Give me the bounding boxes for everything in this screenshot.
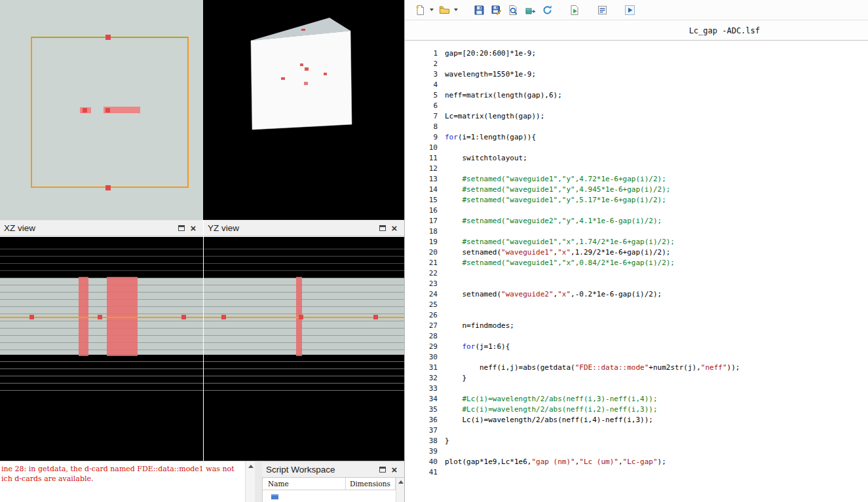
line-number: 2 (405, 59, 438, 69)
code-line[interactable]: wavelength=1550*1e-9; (445, 69, 868, 80)
toolbar-gap (557, 10, 565, 10)
code-line[interactable]: switchtolayout; (445, 153, 868, 164)
code-line[interactable] (445, 59, 868, 69)
code-line[interactable]: } (445, 436, 868, 446)
table-row[interactable] (263, 490, 404, 501)
cube-front-face (251, 31, 352, 130)
code-line[interactable]: #Lc(i)=wavelength/2/abs(neff(i,3)-neff(i… (445, 394, 868, 404)
code-line[interactable] (445, 310, 868, 321)
code-line[interactable] (445, 300, 868, 310)
code-line[interactable] (445, 352, 868, 363)
panel-splitter[interactable] (255, 461, 262, 502)
viewport-yz[interactable] (204, 237, 404, 461)
code-line[interactable]: n=findmodes; (445, 321, 868, 331)
code-line[interactable] (445, 101, 868, 111)
line-number: 31 (405, 363, 438, 373)
code-line[interactable]: neff=matrix(length(gap),6); (445, 90, 868, 101)
selection-handle[interactable] (105, 108, 110, 113)
code-line[interactable]: Lc(i)=wavelength/2/abs(neff(i,4)-neff(i,… (445, 415, 868, 425)
code-line[interactable]: #setnamed("waveguide1","x",0.84/2*1e-6+g… (445, 258, 868, 268)
viewport-perspective[interactable] (203, 0, 404, 220)
code-line[interactable]: #Lc(i)=wavelength/2/abs(neff(i,2)-neff(i… (445, 404, 868, 415)
code-line[interactable] (445, 80, 868, 90)
selection-handle[interactable] (299, 315, 303, 319)
code-line[interactable] (445, 268, 868, 279)
new-script-icon (415, 5, 426, 16)
new-script-dropdown[interactable] (428, 3, 434, 17)
structure-marker (301, 29, 305, 31)
code-line[interactable]: #setnamed("waveguide2","y",4.1*1e-6-gap(… (445, 216, 868, 226)
code-line[interactable] (445, 226, 868, 237)
package-button[interactable] (523, 3, 537, 17)
code-line[interactable]: setnamed("waveguide1","x",1.29/2*1e-6+ga… (445, 247, 868, 258)
line-number: 16 (405, 206, 438, 216)
close-icon: × (392, 465, 398, 475)
chevron-down-icon (454, 9, 458, 11)
code-line[interactable]: } (445, 373, 868, 384)
viewport-xz[interactable] (0, 237, 203, 461)
table-header-name[interactable]: Name (263, 478, 346, 490)
open-script-button[interactable] (437, 3, 451, 17)
code-line[interactable] (445, 467, 868, 478)
code-line[interactable] (445, 164, 868, 174)
code-line[interactable]: gap=[20:20:600]*1e-9; (445, 48, 868, 59)
code-line[interactable] (445, 143, 868, 153)
code-line[interactable] (445, 384, 868, 394)
arrow-up-icon (398, 480, 404, 484)
code-line[interactable] (445, 331, 868, 342)
table-header-dimensions[interactable]: Dimensions (346, 478, 396, 490)
code-line[interactable]: Lc=matrix(length(gap)); (445, 111, 868, 122)
message-log[interactable]: ine 28: in getdata, the d-card named FDE… (0, 461, 245, 502)
find-in-script-button[interactable] (506, 3, 520, 17)
code-line[interactable]: #setnamed("waveguide1","y",5.17*1e-6+gap… (445, 195, 868, 206)
script-file-tab[interactable]: Lc_gap -ADC.lsf (689, 26, 760, 35)
code-line[interactable] (445, 206, 868, 216)
viewport-xy[interactable] (0, 0, 203, 220)
selection-handle[interactable] (221, 315, 226, 319)
workspace-variable-table[interactable]: Name Dimensions (262, 478, 404, 502)
table-scrollbar[interactable] (396, 478, 404, 502)
run-button[interactable] (622, 3, 637, 17)
code-line[interactable] (445, 122, 868, 132)
line-number: 12 (405, 164, 438, 174)
code-area[interactable]: 1234567891011121314151617181920212223242… (405, 48, 868, 502)
console-button[interactable] (595, 3, 609, 17)
xz-float-button[interactable] (176, 223, 187, 234)
selection-handle[interactable] (105, 185, 111, 190)
selection-handle[interactable] (83, 108, 87, 113)
script-workspace-close-button[interactable]: × (388, 464, 400, 476)
code-line[interactable]: #setnamed("waveguide1","y",4.945*1e-6+ga… (445, 185, 868, 195)
table-header-row: Name Dimensions (263, 478, 404, 490)
xz-close-button[interactable]: × (187, 223, 199, 234)
code-line[interactable] (445, 425, 868, 436)
code-line[interactable]: for(j=1:6){ (445, 342, 868, 352)
code-line[interactable]: neff(i,j)=abs(getdata("FDE::data::mode"+… (445, 363, 868, 373)
refresh-button[interactable] (540, 3, 554, 17)
code-line[interactable]: plot(gap*1e9,Lc*1e6,"gap (nm)","Lc (um)"… (445, 457, 868, 467)
yz-close-button[interactable]: × (388, 223, 400, 234)
code-line[interactable] (445, 279, 868, 289)
scroll-up-button[interactable] (246, 461, 255, 471)
code-line[interactable] (445, 446, 868, 457)
selection-handle[interactable] (373, 315, 378, 319)
save-as-icon (491, 5, 502, 16)
code-content[interactable]: gap=[20:20:600]*1e-9; wavelength=1550*1e… (442, 48, 868, 502)
script-workspace-float-button[interactable] (377, 464, 388, 476)
save-button[interactable] (472, 3, 486, 17)
code-line[interactable]: #setnamed("waveguide1","x",1.74/2*1e-6+g… (445, 237, 868, 247)
run-script-button[interactable] (567, 3, 582, 17)
code-line[interactable]: #setnamed("waveguide1","y",4.72*1e-6+gap… (445, 174, 868, 185)
yz-float-button[interactable] (377, 223, 388, 234)
selection-handle[interactable] (29, 315, 34, 319)
save-as-button[interactable] (489, 3, 503, 17)
line-number: 6 (405, 101, 438, 111)
script-editor-pane: Lc_gap -ADC.lsf 123456789101112131415161… (404, 0, 868, 502)
code-line[interactable]: setnamed("waveguide2","x",-0.2*1e-6-gap(… (445, 289, 868, 300)
selection-handle[interactable] (181, 315, 186, 319)
message-log-scrollbar[interactable] (245, 461, 255, 502)
selection-handle[interactable] (105, 35, 111, 40)
open-script-dropdown[interactable] (453, 3, 459, 17)
new-script-button[interactable] (413, 3, 427, 17)
selection-handle[interactable] (98, 315, 102, 319)
code-line[interactable]: for(i=1:length(gap)){ (445, 132, 868, 143)
